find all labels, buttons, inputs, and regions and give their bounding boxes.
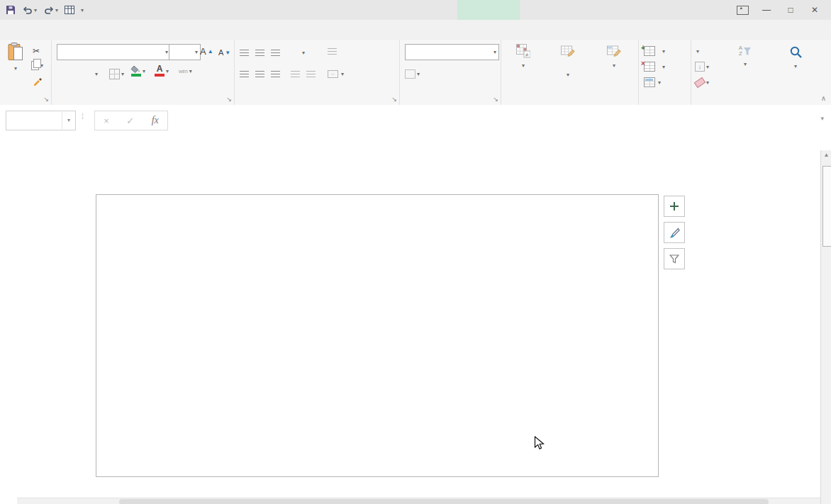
accounting-format-icon[interactable]: ▾ bbox=[405, 67, 420, 81]
align-right-icon[interactable] bbox=[271, 67, 280, 81]
autosum-icon[interactable]: ▾ bbox=[695, 44, 699, 58]
number-format-combo[interactable]: ▾ bbox=[405, 44, 499, 60]
scroll-up-icon[interactable]: ▲ bbox=[821, 152, 831, 158]
maximize-icon[interactable]: □ bbox=[779, 0, 803, 20]
underline-dropdown-icon[interactable]: ▾ bbox=[95, 67, 98, 81]
decrease-indent-icon[interactable] bbox=[291, 67, 300, 81]
decrease-font-icon[interactable]: A▼ bbox=[218, 45, 230, 60]
enter-icon[interactable]: ✓ bbox=[126, 116, 134, 126]
cell-styles-button[interactable]: ▾ bbox=[591, 44, 637, 70]
horizontal-scrollbar-thumb[interactable] bbox=[119, 499, 769, 504]
align-middle-icon[interactable] bbox=[255, 45, 264, 60]
close-icon[interactable]: ✕ bbox=[803, 0, 827, 20]
group-font: ▾ ▾ A▲ A▼ ▾ ▾ ▾ A▾ wén▾ ↘ bbox=[51, 40, 235, 105]
minimize-icon[interactable]: — bbox=[754, 0, 779, 20]
horizontal-scrollbar[interactable] bbox=[17, 498, 820, 504]
font-color-icon[interactable]: A▾ bbox=[155, 64, 169, 78]
undo-icon[interactable]: ▾ bbox=[22, 6, 37, 15]
fill-color-icon[interactable]: ▾ bbox=[130, 64, 145, 78]
save-icon[interactable] bbox=[6, 5, 16, 15]
formula-input[interactable] bbox=[168, 111, 810, 129]
chart-filters-button[interactable] bbox=[664, 248, 685, 269]
merge-center-button[interactable]: ↔ ▾ bbox=[328, 67, 344, 81]
paste-icon bbox=[8, 43, 23, 61]
ribbon-display-options-icon[interactable] bbox=[730, 0, 754, 20]
chart-styles-button[interactable] bbox=[664, 222, 685, 243]
wrap-text-button[interactable] bbox=[328, 44, 338, 58]
insert-cells-button[interactable]: ▾ bbox=[644, 44, 665, 58]
font-dialog-launcher-icon[interactable]: ↘ bbox=[226, 96, 232, 103]
formula-bar: ▾ ⁞ × ✓ fx ▾ bbox=[0, 105, 831, 151]
chart-4[interactable] bbox=[96, 194, 659, 477]
align-bottom-icon[interactable] bbox=[271, 45, 280, 60]
phonetic-guide-icon[interactable]: wén▾ bbox=[179, 64, 192, 78]
conditional-formatting-button[interactable]: ≠ ▾ bbox=[502, 44, 545, 70]
increase-indent-icon[interactable] bbox=[306, 67, 316, 81]
table-icon[interactable] bbox=[65, 6, 74, 14]
group-alignment: ▾ ↔ ▾ ↘ bbox=[234, 40, 400, 105]
cell-styles-icon bbox=[607, 44, 621, 58]
vertical-scrollbar[interactable]: ▲ bbox=[820, 150, 831, 504]
formula-buttons: × ✓ fx bbox=[94, 111, 168, 130]
clipboard-dialog-launcher-icon[interactable]: ↘ bbox=[43, 96, 49, 103]
window-controls: — □ ✕ bbox=[730, 0, 827, 20]
formula-bar-expand-icon[interactable]: ▾ bbox=[820, 115, 824, 122]
font-name-combo[interactable]: ▾ bbox=[57, 44, 171, 60]
cut-icon[interactable]: ✂ bbox=[33, 44, 40, 58]
number-dialog-launcher-icon[interactable]: ↘ bbox=[493, 96, 498, 103]
redo-icon[interactable]: ▾ bbox=[43, 6, 58, 15]
collapse-ribbon-icon[interactable]: ∧ bbox=[821, 94, 826, 102]
ribbon-tab-row bbox=[0, 20, 831, 40]
mouse-cursor bbox=[534, 436, 545, 454]
title-bar: ▾ ▾ ▾ — □ ✕ bbox=[0, 0, 831, 20]
group-editing: ▾ ↓▾ ▾ AZ ▾ ▾ bbox=[691, 40, 822, 105]
clear-icon[interactable]: ▾ bbox=[695, 75, 709, 89]
ribbon: ▾ ✂ ▾ ↘ ▾ ▾ A▲ A▼ ▾ ▾ ▾ A bbox=[0, 40, 831, 106]
brush-icon bbox=[669, 228, 680, 238]
sort-filter-button[interactable]: AZ ▾ bbox=[722, 45, 769, 69]
sort-filter-icon: AZ bbox=[739, 45, 752, 57]
insert-function-icon[interactable]: fx bbox=[152, 115, 159, 126]
find-select-button[interactable]: ▾ bbox=[771, 45, 820, 71]
format-cells-button[interactable]: ▾ bbox=[644, 75, 661, 89]
svg-text:≠: ≠ bbox=[525, 52, 529, 58]
format-painter-icon[interactable] bbox=[33, 74, 43, 88]
window-title bbox=[170, 0, 404, 20]
fill-icon[interactable]: ↓▾ bbox=[695, 60, 709, 74]
group-number: ▾ ▾ ↘ bbox=[399, 40, 501, 105]
name-box[interactable]: ▾ bbox=[6, 111, 76, 130]
formula-bar-divider: ⁞ bbox=[82, 112, 84, 121]
magnifier-icon bbox=[789, 45, 803, 59]
group-styles: ≠ ▾ ▾ ▾ bbox=[501, 40, 639, 105]
chart-tools-chip bbox=[457, 0, 520, 20]
paste-button[interactable]: ▾ bbox=[3, 43, 28, 73]
group-cells: ▾ ▾ ▾ bbox=[638, 40, 691, 105]
alignment-dialog-launcher-icon[interactable]: ↘ bbox=[391, 96, 397, 103]
funnel-icon bbox=[669, 254, 679, 264]
copy-icon[interactable]: ▾ bbox=[31, 58, 43, 72]
excel-window: ▾ ▾ ▾ — □ ✕ ▾ ✂ bbox=[0, 0, 831, 504]
orientation-icon[interactable] bbox=[288, 45, 297, 56]
format-as-table-button[interactable]: ▾ bbox=[546, 44, 590, 79]
align-top-icon[interactable] bbox=[240, 45, 249, 60]
font-size-combo[interactable]: ▾ bbox=[169, 44, 201, 60]
chart-elements-button[interactable] bbox=[664, 196, 685, 217]
align-left-icon[interactable] bbox=[240, 67, 249, 81]
vertical-scrollbar-thumb[interactable] bbox=[822, 166, 831, 247]
quick-access-toolbar: ▾ ▾ ▾ bbox=[6, 0, 84, 20]
customize-qat-icon[interactable]: ▾ bbox=[81, 7, 84, 13]
cancel-icon[interactable]: × bbox=[104, 116, 109, 126]
align-center-icon[interactable] bbox=[255, 67, 264, 81]
orientation-dropdown-icon[interactable]: ▾ bbox=[302, 45, 305, 60]
plus-icon bbox=[669, 201, 679, 211]
borders-icon[interactable]: ▾ bbox=[109, 67, 124, 81]
conditional-formatting-icon: ≠ bbox=[516, 44, 530, 58]
name-box-dropdown-icon[interactable]: ▾ bbox=[62, 112, 75, 129]
format-as-table-icon bbox=[561, 44, 575, 58]
delete-cells-button[interactable]: ▾ bbox=[644, 60, 665, 74]
increase-font-icon[interactable]: A▲ bbox=[200, 44, 213, 58]
group-clipboard: ▾ ✂ ▾ ↘ bbox=[0, 40, 52, 105]
